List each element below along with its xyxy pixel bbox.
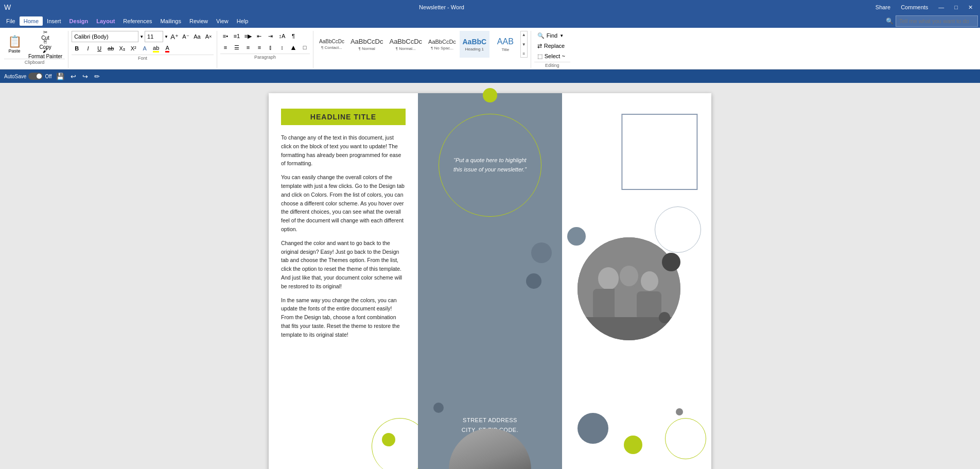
align-center-button[interactable]: ☰	[232, 42, 242, 53]
align-right-button[interactable]: ≡	[243, 42, 253, 53]
decrease-font-button[interactable]: A⁻	[181, 31, 191, 42]
comments-button[interactable]: Comments	[898, 3, 931, 12]
headline-title[interactable]: HEADLINE TITLE	[281, 109, 406, 125]
styles-gallery: AaBbCcDc ¶ Contact... AaBbCcDc ¶ Normal …	[317, 31, 520, 58]
menu-insert[interactable]: Insert	[43, 16, 65, 26]
font-name-input[interactable]	[72, 31, 138, 42]
scroll-up-icon[interactable]: ▲	[522, 32, 526, 37]
sort-button[interactable]: ↕A	[277, 31, 287, 41]
format-painter-button[interactable]: 🖌 Format Painter	[26, 49, 65, 58]
close-button[interactable]: ✕	[965, 3, 976, 12]
body-para-2[interactable]: You can easily change the overall colors…	[281, 173, 406, 234]
svg-point-1	[598, 267, 619, 290]
svg-rect-6	[637, 291, 661, 320]
text-case-button[interactable]: Aa	[192, 31, 202, 42]
format-painter-icon: 🖌	[43, 48, 48, 54]
menu-review[interactable]: Review	[185, 16, 212, 26]
font-name-dropdown-icon[interactable]: ▼	[139, 34, 144, 39]
body-para-1[interactable]: To change any of the text in this docume…	[281, 133, 406, 168]
style-normal[interactable]: AaBbCcDc ¶ Normal	[348, 31, 386, 58]
font-color-button[interactable]: A	[162, 43, 172, 54]
menu-help[interactable]: Help	[233, 16, 253, 26]
style-heading1[interactable]: AaBbC Heading 1	[460, 31, 489, 58]
font-size-input[interactable]	[145, 31, 163, 42]
title-bar-title: Newsletter - Word	[11, 4, 872, 10]
save-button[interactable]: 💾	[54, 71, 66, 82]
line-spacing-button[interactable]: ↕	[277, 42, 287, 53]
minimize-button[interactable]: —	[935, 3, 947, 12]
columns-button[interactable]: ⫿	[266, 42, 276, 53]
deco-circle-small-dark	[659, 312, 670, 323]
deco-circle-gray-dark	[567, 227, 586, 246]
font-size-dropdown-icon[interactable]: ▼	[164, 34, 168, 39]
increase-indent-button[interactable]: ⇥	[266, 31, 276, 41]
replace-button[interactable]: ⇄ Replace	[534, 41, 568, 50]
menu-file[interactable]: File	[2, 16, 20, 26]
menu-view[interactable]: View	[212, 16, 233, 26]
middle-column: “Put a quote here to highlight this issu…	[418, 93, 562, 469]
find-button[interactable]: 🔍 Find ▼	[534, 31, 568, 40]
menu-mailings[interactable]: Mailings	[156, 16, 185, 26]
copy-button[interactable]: ⎘ Copy	[26, 40, 65, 48]
justify-button[interactable]: ≡	[254, 42, 265, 53]
italic-button[interactable]: I	[83, 43, 93, 54]
paste-button[interactable]: 📋 Paste	[4, 31, 25, 58]
customize-qat-button[interactable]: ✏	[92, 71, 102, 82]
decrease-indent-button[interactable]: ⇤	[254, 31, 265, 41]
font-label: Font	[72, 55, 214, 61]
style-normal-indent[interactable]: AaBbCcDc ¶ Normal...	[387, 31, 425, 58]
expand-gallery-icon[interactable]: ≡	[522, 51, 526, 56]
menu-design[interactable]: Design	[65, 16, 93, 26]
undo-button[interactable]: ↩	[68, 71, 78, 82]
share-button[interactable]: Share	[872, 3, 894, 12]
autosave-label: AutoSave	[4, 74, 26, 79]
cut-button[interactable]: ✂ Cut	[26, 31, 65, 39]
green-dot-top	[483, 88, 497, 102]
search-input[interactable]	[896, 15, 978, 27]
document-area: HEADLINE TITLE To change any of the text…	[0, 83, 980, 469]
menu-references[interactable]: References	[119, 16, 156, 26]
subscript-button[interactable]: X₂	[117, 43, 127, 54]
styles-scroll[interactable]: ▲ ▼ ≡	[520, 31, 528, 58]
shading-button[interactable]: ▲	[288, 42, 299, 53]
maximize-button[interactable]: □	[951, 3, 961, 12]
paste-icon: 📋	[8, 35, 22, 48]
style-no-spacing[interactable]: AaBbCcDc ¶ No Spac...	[426, 31, 459, 58]
address-line1[interactable]: STREET ADDRESS	[462, 415, 518, 425]
redo-button[interactable]: ↪	[80, 71, 90, 82]
border-button[interactable]: □	[300, 42, 310, 53]
scroll-down-icon[interactable]: ▼	[522, 42, 526, 47]
clear-format-button[interactable]: A×	[203, 31, 214, 42]
find-icon: 🔍	[537, 32, 545, 39]
bold-button[interactable]: B	[72, 43, 82, 54]
style-contact[interactable]: AaBbCcDc ¶ Contact...	[317, 31, 347, 58]
superscript-button[interactable]: X²	[128, 43, 138, 54]
highlight-button[interactable]: ab	[151, 43, 161, 54]
body-para-3[interactable]: Changed the color and want to go back to…	[281, 239, 406, 291]
font-row1: ▼ ▼ A⁺ A⁻ Aa A×	[72, 31, 214, 42]
find-dropdown-icon[interactable]: ▼	[559, 33, 564, 38]
underline-button[interactable]: U	[94, 43, 104, 54]
menu-home[interactable]: Home	[20, 16, 43, 26]
bullets-button[interactable]: ≡•	[220, 31, 231, 41]
show-marks-button[interactable]: ¶	[288, 31, 299, 41]
clipboard-label: Clipboard	[4, 59, 65, 65]
select-button[interactable]: ⬚ Select ~	[534, 51, 568, 61]
align-left-button[interactable]: ≡	[220, 42, 231, 53]
select-icon: ⬚	[537, 53, 542, 60]
style-title[interactable]: AAB Title	[491, 31, 520, 58]
increase-font-button[interactable]: A⁺	[169, 31, 180, 42]
ribbon-content: 📋 Paste ✂ Cut ⎘ Copy 🖌 Format Painter	[0, 30, 980, 69]
deco-circle-lime-bottom	[624, 436, 642, 454]
text-effect-button[interactable]: A	[139, 43, 150, 54]
image-placeholder-box[interactable]	[621, 114, 697, 190]
menu-layout[interactable]: Layout	[92, 16, 119, 26]
quote-text[interactable]: “Put a quote here to highlight this issu…	[451, 156, 529, 174]
mid-deco-circle-1	[531, 242, 552, 263]
multilevel-button[interactable]: ≡▶	[243, 31, 253, 41]
numbering-button[interactable]: ≡1	[232, 31, 242, 41]
body-para-4[interactable]: In the same way you change the colors, y…	[281, 296, 406, 339]
strikethrough-button[interactable]: ab	[106, 43, 116, 54]
autosave-toggle[interactable]	[28, 73, 43, 80]
font-group: ▼ ▼ A⁺ A⁻ Aa A× B I U ab X₂ X² A ab	[69, 31, 217, 68]
